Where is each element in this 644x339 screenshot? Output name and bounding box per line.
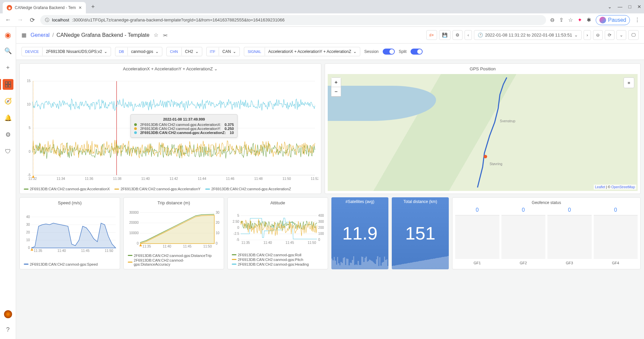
chevron-down-icon: ⌄ bbox=[195, 49, 199, 54]
geofence-label: GF2 bbox=[520, 261, 527, 265]
chevron-down-icon[interactable]: ⌄ bbox=[608, 4, 612, 9]
plus-icon[interactable]: + bbox=[3, 62, 13, 73]
explore-icon[interactable]: 🧭 bbox=[3, 96, 13, 107]
forward-button[interactable]: → bbox=[16, 16, 24, 23]
zoom-out-button[interactable]: − bbox=[331, 87, 341, 96]
breadcrumb-general[interactable]: General bbox=[31, 32, 50, 38]
svg-rect-1 bbox=[8, 82, 11, 84]
extension-icon-1[interactable]: ✦ bbox=[578, 17, 582, 23]
attitude-chart[interactable]: -5-2.502.505010020030040011:3511:4011:45… bbox=[230, 209, 325, 250]
grafana-logo[interactable]: ◉ bbox=[5, 31, 11, 40]
grid-icon[interactable]: ▦ bbox=[21, 32, 26, 38]
geofence-panel: Geofence status 0GF10GF20GF30GF4 bbox=[452, 197, 641, 269]
url-path: :3000/d/u1TFGpL7z/canedge-grafana-backen… bbox=[72, 17, 284, 22]
address-bar[interactable]: ⓘ localhost:3000/d/u1TFGpL7z/canedge-gra… bbox=[40, 15, 546, 25]
device-filter[interactable]: DEVICE 2F6913DB NissanUDS;GPS;v2 ⌄ bbox=[21, 47, 111, 56]
svg-text:0: 0 bbox=[29, 150, 31, 153]
zoom-icon[interactable]: ⊖ bbox=[550, 17, 554, 23]
panel-title[interactable]: Speed (m/s) bbox=[20, 198, 120, 208]
chn-filter[interactable]: CHN CH2 ⌄ bbox=[166, 47, 202, 56]
time-next-button[interactable]: › bbox=[584, 30, 591, 40]
geofence-value: 0 bbox=[568, 207, 571, 213]
svg-text:2.50: 2.50 bbox=[233, 220, 239, 223]
minimize-icon[interactable]: — bbox=[618, 4, 623, 9]
panel-title[interactable]: Trip distance (m) bbox=[124, 198, 224, 208]
svg-text:11:45: 11:45 bbox=[183, 245, 192, 248]
distance-panel[interactable]: Total distance (km) 151 bbox=[392, 197, 449, 269]
share-dashboard-icon[interactable]: ⫘ bbox=[162, 32, 168, 38]
menu-icon[interactable]: ⋮ bbox=[635, 17, 640, 23]
bookmark-icon[interactable]: ☆ bbox=[568, 17, 573, 23]
search-icon[interactable]: 🔍 bbox=[3, 46, 13, 56]
info-icon[interactable]: ⓘ bbox=[45, 17, 49, 23]
help-icon[interactable]: ? bbox=[3, 324, 13, 335]
clock-icon: 🕐 bbox=[478, 32, 483, 38]
new-tab-button[interactable]: + bbox=[89, 3, 98, 10]
dashboards-icon[interactable] bbox=[3, 79, 13, 90]
svg-text:11:48: 11:48 bbox=[254, 177, 263, 181]
map-layers-button[interactable]: ≡ bbox=[624, 77, 634, 88]
page-title: CANedge Grafana Backend - Template bbox=[56, 32, 149, 38]
bell-icon[interactable]: 🔔 bbox=[3, 113, 13, 123]
stat-value: 11.9 bbox=[342, 223, 377, 244]
gear-icon[interactable]: ⚙ bbox=[3, 129, 13, 140]
svg-text:0: 0 bbox=[216, 242, 218, 245]
time-range-picker[interactable]: 🕐 2022-01-08 11:31:22 to 2022-01-08 11:5… bbox=[474, 30, 582, 40]
itf-filter[interactable]: ITF CAN ⌄ bbox=[206, 47, 240, 56]
split-toggle[interactable] bbox=[411, 49, 423, 55]
save-button[interactable]: 💾 bbox=[439, 30, 450, 40]
panel-title[interactable]: Attitude bbox=[228, 198, 328, 208]
svg-rect-0 bbox=[5, 82, 8, 84]
extensions-icon[interactable]: ✱ bbox=[587, 17, 591, 23]
speed-panel: Speed (m/s) 01020304011:3511:4011:4511:5… bbox=[19, 197, 120, 269]
maximize-icon[interactable]: □ bbox=[629, 4, 631, 9]
time-range-label: 2022-01-08 11:31:22 to 2022-01-08 11:53:… bbox=[485, 32, 572, 38]
svg-text:5: 5 bbox=[237, 214, 239, 217]
map-attribution: Leaflet | © OpenStreetMap bbox=[594, 185, 636, 190]
geofence-label: GF3 bbox=[566, 261, 573, 265]
profile-paused[interactable]: Paused bbox=[596, 15, 630, 25]
svg-text:0: 0 bbox=[137, 242, 139, 245]
time-zoom-button[interactable]: ⊖ bbox=[593, 30, 603, 40]
geofence-cell: 0GF1 bbox=[455, 207, 499, 265]
time-prev-button[interactable]: ‹ bbox=[465, 30, 472, 40]
refresh-interval-button[interactable]: ⌄ bbox=[616, 30, 626, 40]
zoom-in-button[interactable]: + bbox=[331, 78, 341, 87]
dot-icon bbox=[134, 123, 137, 126]
panel-title[interactable]: AccelerationX + AccelerationY + Accelera… bbox=[20, 64, 321, 74]
back-button[interactable]: ← bbox=[4, 16, 12, 23]
gps-map[interactable]: Svenstrup Støvring + − ≡ Leaflet | © Ope… bbox=[328, 74, 638, 191]
refresh-button[interactable]: ⟳ bbox=[605, 30, 614, 40]
dash-icon bbox=[114, 189, 119, 190]
svg-text:100: 100 bbox=[318, 232, 324, 235]
trip-chart[interactable]: 0100002000030000010203011:3511:4011:4511… bbox=[126, 209, 221, 251]
panel-title[interactable]: GPS Position bbox=[325, 64, 640, 74]
signal-filter[interactable]: SIGNAL AccelerationX + AccelerationY + A… bbox=[244, 47, 360, 56]
svg-text:11:45: 11:45 bbox=[285, 241, 294, 245]
shield-icon[interactable]: 🛡 bbox=[3, 146, 13, 157]
share-icon[interactable]: ⇪ bbox=[559, 17, 564, 23]
satellites-panel[interactable]: #Satellites (avg) 11.9 bbox=[331, 197, 388, 269]
browser-tab[interactable]: ◉ CANedge Grafana Backend - Tem ✕ bbox=[3, 2, 86, 13]
sidebar: ◉ 🔍 + 🧭 🔔 ⚙ 🛡 ? bbox=[0, 27, 16, 339]
device-value: 2F6913DB NissanUDS;GPS;v2 bbox=[46, 49, 102, 54]
user-avatar[interactable] bbox=[4, 310, 12, 318]
chevron-down-icon: ⌄ bbox=[574, 32, 578, 38]
svg-text:11:46: 11:46 bbox=[226, 177, 234, 181]
settings-button[interactable]: ⚙ bbox=[452, 30, 463, 40]
add-panel-button[interactable]: ıl+ bbox=[426, 30, 437, 40]
browser-tab-bar: ◉ CANedge Grafana Backend - Tem ✕ + ⌄ — … bbox=[0, 0, 644, 13]
panel-title[interactable]: Geofence status bbox=[455, 200, 638, 205]
osm-link[interactable]: OpenStreetMap bbox=[611, 185, 635, 189]
star-icon[interactable]: ☆ bbox=[154, 32, 158, 38]
tv-mode-button[interactable]: 🖵 bbox=[628, 30, 639, 40]
dash-icon bbox=[128, 255, 132, 256]
reload-button[interactable]: ⟳ bbox=[28, 16, 36, 24]
split-label: Split bbox=[399, 49, 407, 54]
close-tab-icon[interactable]: ✕ bbox=[78, 5, 82, 10]
session-toggle[interactable] bbox=[383, 49, 395, 55]
leaflet-link[interactable]: Leaflet bbox=[595, 185, 605, 189]
close-window-icon[interactable]: ✕ bbox=[637, 4, 641, 9]
db-filter[interactable]: DB canmod-gps ⌄ bbox=[115, 47, 162, 56]
speed-chart[interactable]: 01020304011:3511:4011:4511:50 bbox=[22, 209, 117, 260]
